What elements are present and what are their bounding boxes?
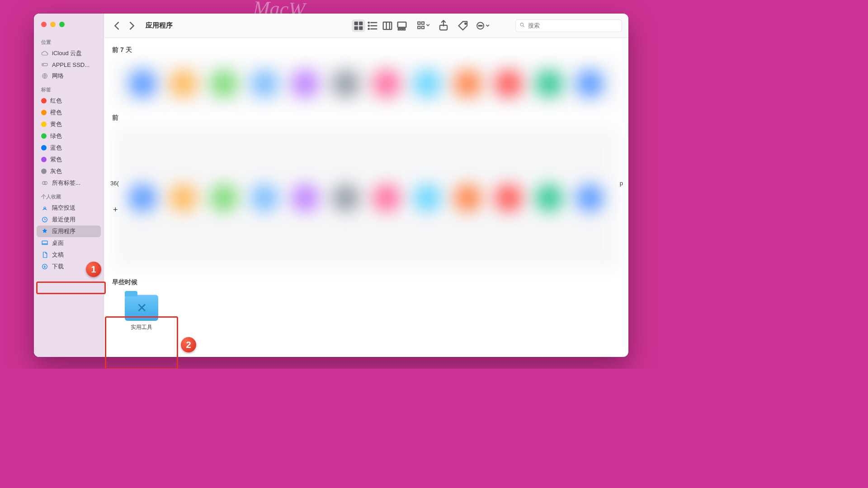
tag-color-dot <box>41 169 47 174</box>
search-icon <box>519 22 525 29</box>
edit-tags-button[interactable] <box>457 19 470 32</box>
sidebar-section-favorites: 个人收藏 <box>34 189 104 202</box>
svg-point-26 <box>465 23 466 24</box>
sidebar-item-network[interactable]: 网络 <box>34 70 104 82</box>
section-header-prev: 前 <box>112 113 620 126</box>
svg-point-29 <box>478 25 479 26</box>
svg-rect-24 <box>422 26 424 28</box>
sidebar-item-disk[interactable]: APPLE SSD... <box>34 59 104 70</box>
tag-color-dot <box>41 133 47 139</box>
sidebar-item-label: 下载 <box>52 263 64 271</box>
svg-point-30 <box>481 25 482 26</box>
svg-rect-23 <box>422 22 424 24</box>
svg-rect-20 <box>404 28 406 30</box>
sidebar-tag-item[interactable]: 橙色 <box>34 107 104 118</box>
sidebar-item-label: 绿色 <box>50 132 62 140</box>
svg-rect-11 <box>354 26 358 30</box>
clock-icon <box>41 216 48 223</box>
tag-color-dot <box>41 98 47 103</box>
sidebar-item-桌面[interactable]: 桌面 <box>34 237 104 249</box>
sidebar-item-label: 文稿 <box>52 251 64 259</box>
sidebar-item-隔空投送[interactable]: 隔空投送 <box>34 202 104 214</box>
desktop-background: MacW MacW.com MacW.co 位置 iCloud 云盘 APPLE… <box>0 0 658 369</box>
globe-icon <box>41 72 48 80</box>
sidebar-tag-item[interactable]: 红色 <box>34 95 104 107</box>
documents-icon <box>41 251 48 258</box>
svg-point-1 <box>43 64 43 65</box>
svg-rect-7 <box>42 241 47 244</box>
folder-utilities[interactable]: ✕ 实用工具 <box>112 291 171 335</box>
sidebar-tag-item[interactable]: 紫色 <box>34 154 104 165</box>
sidebar-item-label: 红色 <box>50 97 62 105</box>
sidebar-item-下载[interactable]: 下载 <box>34 261 104 272</box>
blurred-apps-grid <box>112 126 620 270</box>
sidebar-tag-item[interactable]: 绿色 <box>34 130 104 142</box>
tag-color-dot <box>41 145 47 150</box>
nav-back-button[interactable] <box>110 19 124 32</box>
disk-icon <box>41 61 48 68</box>
folder-label: 实用工具 <box>131 324 152 331</box>
svg-rect-17 <box>398 22 406 27</box>
sidebar-item-all-tags[interactable]: 所有标签... <box>34 177 104 189</box>
sidebar-item-label: 灰色 <box>50 167 62 175</box>
content-area: 前 7 天 前 36( p + 早些时候 ✕ 实用工具 <box>104 38 628 357</box>
applications-icon <box>41 228 48 235</box>
sidebar-item-label: 隔空投送 <box>52 204 75 212</box>
window-title: 应用程序 <box>141 21 177 30</box>
svg-rect-18 <box>398 28 400 30</box>
sidebar-item-最近使用[interactable]: 最近使用 <box>34 214 104 225</box>
sidebar-item-label: 网络 <box>52 72 64 80</box>
downloads-icon <box>41 263 48 270</box>
svg-rect-10 <box>359 21 363 25</box>
blurred-apps-row <box>112 59 620 108</box>
view-gallery-button[interactable] <box>395 19 409 32</box>
sidebar-item-icloud[interactable]: iCloud 云盘 <box>34 47 104 59</box>
tag-color-dot <box>41 157 47 162</box>
sidebar-item-label: 橙色 <box>50 108 62 117</box>
truncated-label: + <box>113 205 118 215</box>
sidebar-tag-item[interactable]: 黄色 <box>34 118 104 130</box>
cloud-icon <box>41 50 48 57</box>
sidebar-item-label: 蓝色 <box>50 144 62 152</box>
svg-point-28 <box>480 25 481 26</box>
search-input[interactable] <box>528 22 618 29</box>
view-columns-button[interactable] <box>381 19 394 32</box>
nav-forward-button[interactable] <box>125 19 138 32</box>
fullscreen-window-button[interactable] <box>59 22 65 27</box>
search-field[interactable] <box>515 19 622 32</box>
sidebar: 位置 iCloud 云盘 APPLE SSD... 网络 标签 红色橙色黄色绿色… <box>34 14 104 357</box>
sidebar-item-label: 应用程序 <box>52 227 75 235</box>
view-list-button[interactable] <box>366 19 380 32</box>
minimize-window-button[interactable] <box>50 22 56 27</box>
svg-rect-21 <box>418 22 420 24</box>
svg-point-31 <box>520 23 523 26</box>
svg-point-4 <box>44 182 47 185</box>
sidebar-tag-item[interactable]: 灰色 <box>34 165 104 177</box>
window-controls <box>34 18 104 34</box>
view-mode-switcher <box>352 19 409 32</box>
more-actions-button[interactable] <box>476 19 490 32</box>
truncated-label: p <box>620 180 623 187</box>
utilities-icon: ✕ <box>125 295 158 321</box>
view-icons-button[interactable] <box>352 19 365 32</box>
svg-rect-9 <box>354 21 358 25</box>
section-header-earlier: 早些时候 <box>112 275 620 291</box>
group-by-button[interactable] <box>417 19 430 32</box>
tags-icon <box>41 179 48 187</box>
svg-point-15 <box>368 28 369 29</box>
section-header-prev7: 前 7 天 <box>112 42 620 59</box>
finder-window: 位置 iCloud 云盘 APPLE SSD... 网络 标签 红色橙色黄色绿色… <box>34 14 628 357</box>
svg-rect-19 <box>401 28 403 30</box>
desktop-icon <box>41 239 48 247</box>
share-button[interactable] <box>437 19 450 32</box>
main-panel: 应用程序 前 7 天 <box>104 14 628 357</box>
close-window-button[interactable] <box>41 22 47 27</box>
airdrop-icon <box>41 204 48 211</box>
sidebar-item-应用程序[interactable]: 应用程序 <box>37 225 101 237</box>
truncated-label: 36( <box>110 180 119 187</box>
sidebar-section-tags: 标签 <box>34 82 104 95</box>
sidebar-item-文稿[interactable]: 文稿 <box>34 249 104 261</box>
sidebar-tag-item[interactable]: 蓝色 <box>34 142 104 154</box>
sidebar-item-label: 黄色 <box>50 120 62 128</box>
sidebar-item-label: 紫色 <box>50 155 62 164</box>
